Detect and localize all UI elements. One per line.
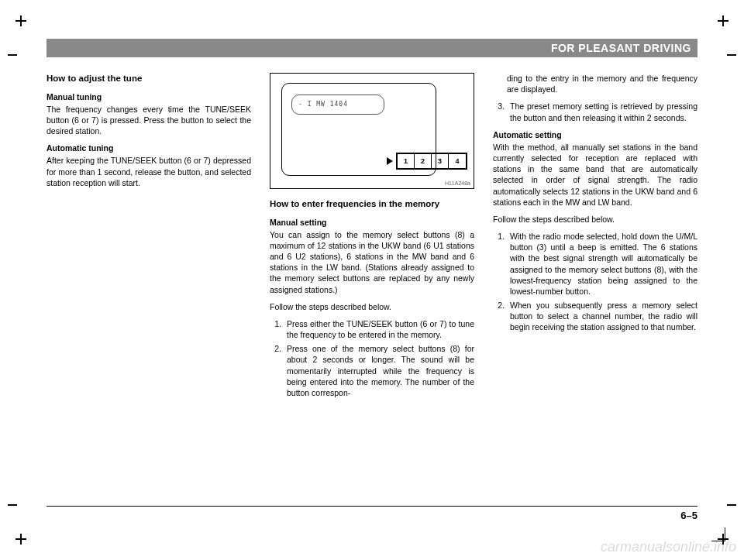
crop-mark — [718, 15, 728, 26]
subheading-manual-tuning: Manual tuning — [46, 91, 251, 102]
para-follow-steps-2: Follow the steps described below. — [493, 214, 698, 225]
list-item: Press either the TUNE/SEEK button (6 or … — [284, 318, 474, 340]
list-item: When you subsequently press a memory sel… — [507, 300, 698, 333]
button-callout: 1 2 3 4 — [387, 153, 467, 170]
crop-mark — [16, 534, 26, 545]
para-manual-setting: You can assign to the memory select butt… — [270, 229, 474, 295]
preset-btn: 1 — [398, 154, 415, 168]
subheading-manual-setting: Manual setting — [270, 217, 474, 228]
para-manual-tuning: The frequency changes every time the TUN… — [46, 104, 251, 137]
subheading-auto-setting: Automatic setting — [493, 129, 698, 140]
preset-btn: 2 — [415, 154, 432, 168]
para-continuation: ding to the entry in the memory and the … — [507, 73, 698, 94]
trim-dash — [727, 54, 736, 56]
manual-setting-steps: Press either the TUNE/SEEK button (6 or … — [284, 318, 474, 398]
preset-buttons-zoom: 1 2 3 4 — [396, 153, 467, 170]
column-2: - I MW 1404 1 2 3 4 H11A248a How to ente… — [270, 73, 474, 404]
section-header: FOR PLEASANT DRIVING — [46, 39, 698, 57]
heading-enter-freq: How to enter frequencies in the memory — [270, 198, 474, 211]
section-title: FOR PLEASANT DRIVING — [551, 42, 691, 54]
auto-setting-steps: With the radio mode selected, hold down … — [507, 231, 698, 333]
subheading-auto-tuning: Automatic tuning — [46, 143, 251, 153]
list-item: With the radio mode selected, hold down … — [507, 231, 698, 297]
radio-display: - I MW 1404 — [291, 94, 384, 115]
page-number: 6–5 — [680, 510, 698, 521]
manual-setting-steps-cont: The preset memory setting is retrieved b… — [507, 101, 698, 122]
figure-label: H11A248a — [445, 180, 470, 187]
column-1: How to adjust the tune Manual tuning The… — [46, 73, 251, 404]
arrow-icon — [387, 157, 393, 165]
trim-dash — [8, 504, 17, 506]
trim-dash — [8, 54, 17, 56]
list-item: The preset memory setting is retrieved b… — [507, 101, 698, 122]
preset-btn: 4 — [449, 154, 466, 168]
para-follow-steps: Follow the steps described below. — [270, 301, 474, 312]
page-container: FOR PLEASANT DRIVING How to adjust the t… — [46, 39, 698, 521]
content-columns: How to adjust the tune Manual tuning The… — [46, 73, 698, 404]
page-footer: 6–5 — [46, 506, 698, 521]
preset-btn: 3 — [432, 154, 449, 168]
trim-dash — [727, 504, 736, 506]
column-3: ding to the entry in the memory and the … — [493, 73, 698, 404]
radio-figure: - I MW 1404 1 2 3 4 H11A248a — [270, 73, 474, 189]
heading-adjust-tune: How to adjust the tune — [46, 73, 251, 85]
crop-mark — [16, 15, 26, 26]
zoom-line — [270, 68, 301, 74]
watermark: carmanualsonline.info — [601, 539, 736, 555]
para-auto-tuning: After keeping the TUNE/SEEK button (6 or… — [46, 155, 251, 188]
list-item: Press one of the memory select buttons (… — [284, 343, 474, 398]
para-auto-setting: With the method, all manually set statio… — [493, 142, 698, 208]
